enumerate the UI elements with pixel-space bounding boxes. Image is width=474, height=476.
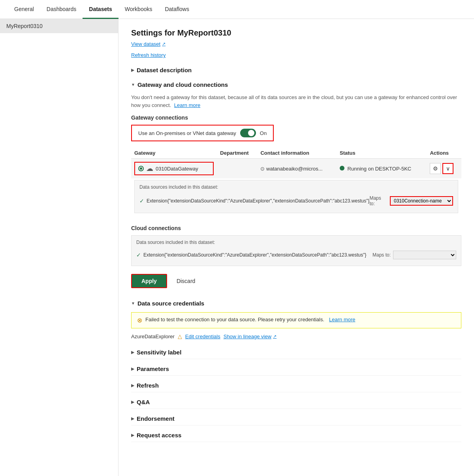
cloud-maps-to-label: Maps to: — [372, 252, 391, 258]
collapsed-sections: ▶ Sensitivity label ▶ Parameters ▶ Refre… — [131, 346, 461, 442]
warning-text: Failed to test the connection to your da… — [145, 317, 324, 322]
warning-icon: ⊗ — [137, 317, 142, 324]
collapse-qa-icon: ▶ — [131, 400, 134, 404]
collapse-refresh-icon: ▶ — [131, 383, 134, 388]
datasources-row: Data sources included in this dataset: ✓… — [131, 178, 461, 218]
dropdown-icon[interactable]: ∨ — [442, 163, 453, 174]
maps-to-container: Maps to: 0310Connection-name — [369, 195, 453, 206]
col-header-status: Status — [337, 148, 427, 159]
nav-general[interactable]: General — [8, 0, 40, 19]
datasource-info: ✓ Extension{"extensionDataSourceKind":"A… — [139, 198, 369, 204]
toggle-description: Use an On-premises or VNet data gateway — [138, 130, 236, 136]
cloud-icon: ☁ — [146, 164, 153, 173]
collapse-request-icon: ▶ — [131, 433, 134, 437]
credentials-section: ▼ Data source credentials ⊗ Failed to te… — [131, 298, 461, 339]
cloud-check-icon: ✓ — [136, 252, 141, 258]
dataset-description-label: Dataset description — [137, 67, 192, 73]
gateway-status: Running on DESKTOP-5KC — [337, 159, 427, 179]
credential-warning-icon: △ — [178, 333, 182, 339]
gateway-table: Gateway Department Contact information S… — [131, 148, 461, 218]
page-layout: MyReport0310 Settings for MyReport0310 V… — [0, 19, 474, 476]
toggle-box: Use an On-premises or VNet data gateway … — [131, 125, 274, 141]
apply-button[interactable]: Apply — [131, 274, 167, 288]
col-header-gateway: Gateway — [131, 148, 217, 159]
status-icon — [340, 166, 344, 171]
maps-to-label: Maps to: — [369, 195, 387, 206]
datasource-text: Extension{"extensionDataSourceKind":"Azu… — [147, 198, 369, 204]
external-link-icon: ↗ — [162, 41, 166, 47]
cloud-datasource-box: Data sources included in this dataset: ✓… — [131, 235, 461, 266]
learn-more-creds-link[interactable]: Learn more — [329, 317, 355, 322]
credentials-section-header[interactable]: ▼ Data source credentials — [131, 298, 461, 309]
gateway-toggle[interactable] — [240, 129, 256, 137]
view-dataset-link[interactable]: View dataset ↗ — [131, 41, 166, 47]
col-header-department: Department — [217, 148, 257, 159]
request-access-section[interactable]: ▶ Request access — [131, 429, 461, 442]
datasource-box: Data sources included in this dataset: ✓… — [134, 180, 458, 213]
gateway-section-header[interactable]: ▼ Gateway and cloud connections — [131, 79, 461, 90]
collapse-sensitivity-icon: ▶ — [131, 350, 134, 354]
parameters-section[interactable]: ▶ Parameters — [131, 362, 461, 376]
collapse-endorsement-icon: ▶ — [131, 416, 134, 421]
action-buttons: Apply Discard — [131, 274, 461, 288]
gateway-connections-label: Gateway connections — [131, 114, 461, 121]
cloud-maps-to-container: Maps to: — [372, 251, 456, 259]
toggle-state-label: On — [260, 130, 267, 136]
check-icon: ✓ — [139, 198, 144, 204]
cloud-datasource-row: ✓ Extension{"extensionDataSourceKind":"A… — [136, 248, 456, 262]
col-header-actions: Actions — [427, 148, 461, 159]
gateway-contact: ⊙ watanabeaiko@micros... — [257, 159, 337, 179]
maps-to-select[interactable]: 0310Connection-name — [390, 196, 453, 206]
col-header-contact: Contact information — [257, 148, 337, 159]
datasource-row: ✓ Extension{"extensionDataSourceKind":"A… — [139, 193, 453, 209]
cloud-datasource-info: ✓ Extension{"extensionDataSourceKind":"A… — [136, 252, 372, 259]
gateway-actions: ⚙ ∨ — [427, 159, 461, 179]
cloud-connections-label: Cloud connections — [131, 225, 461, 231]
show-lineage-link[interactable]: Show in lineage view ↗ — [224, 334, 276, 339]
credentials-label: Data source credentials — [137, 300, 204, 307]
refresh-history-link[interactable]: Refresh history — [131, 52, 166, 58]
collapse-icon: ▶ — [131, 68, 134, 72]
nav-workbooks[interactable]: Workbooks — [118, 0, 159, 19]
qa-section[interactable]: ▶ Q&A — [131, 395, 461, 409]
page-title: Settings for MyReport0310 — [131, 28, 461, 37]
gateway-department — [217, 159, 257, 179]
lineage-external-icon: ↗ — [273, 334, 276, 339]
datasources-label: Data sources included in this dataset: — [139, 184, 453, 190]
sensitivity-label-section[interactable]: ▶ Sensitivity label — [131, 346, 461, 359]
gateway-name-cell[interactable]: ☁ 0310DataGateway — [134, 162, 214, 175]
warning-box: ⊗ Failed to test the connection to your … — [131, 312, 461, 328]
main-content: Settings for MyReport0310 View dataset ↗… — [118, 19, 474, 476]
credential-datasource-name: AzureDataExplorer — [131, 334, 175, 339]
sidebar-item-myreport0310[interactable]: MyReport0310 — [0, 19, 118, 33]
expand-icon: ▼ — [131, 82, 135, 87]
dataset-description-section[interactable]: ▶ Dataset description — [131, 64, 461, 76]
edit-credentials-link[interactable]: Edit credentials — [185, 334, 220, 339]
discard-button[interactable]: Discard — [170, 275, 201, 287]
gateway-description: You don't need a gateway for this datase… — [131, 94, 461, 109]
sidebar: MyReport0310 — [0, 19, 118, 476]
radio-selected[interactable] — [138, 166, 144, 171]
endorsement-section[interactable]: ▶ Endorsement — [131, 412, 461, 425]
cloud-datasources-label: Data sources included in this dataset: — [136, 240, 456, 245]
learn-more-link-1[interactable]: Learn more — [174, 102, 200, 108]
credential-row: AzureDataExplorer △ Edit credentials Sho… — [131, 333, 461, 339]
gateway-name: 0310DataGateway — [156, 166, 198, 172]
nav-datasets[interactable]: Datasets — [83, 0, 118, 19]
refresh-section[interactable]: ▶ Refresh — [131, 379, 461, 392]
gateway-section: ▼ Gateway and cloud connections You don'… — [131, 79, 461, 266]
nav-dashboards[interactable]: Dashboards — [40, 0, 83, 19]
expand-creds-icon: ▼ — [131, 301, 135, 305]
gateway-section-label: Gateway and cloud connections — [137, 81, 228, 88]
cloud-datasource-text: Extension{"extensionDataSourceKind":"Azu… — [143, 252, 366, 259]
top-navigation: General Dashboards Datasets Workbooks Da… — [0, 0, 474, 19]
cloud-maps-to-select[interactable] — [393, 251, 456, 259]
collapse-parameters-icon: ▶ — [131, 367, 134, 371]
settings-icon[interactable]: ⚙ — [430, 163, 441, 174]
table-row: ☁ 0310DataGateway ⊙ watanabeaiko@micros.… — [131, 159, 461, 179]
nav-dataflows[interactable]: Dataflows — [158, 0, 195, 19]
